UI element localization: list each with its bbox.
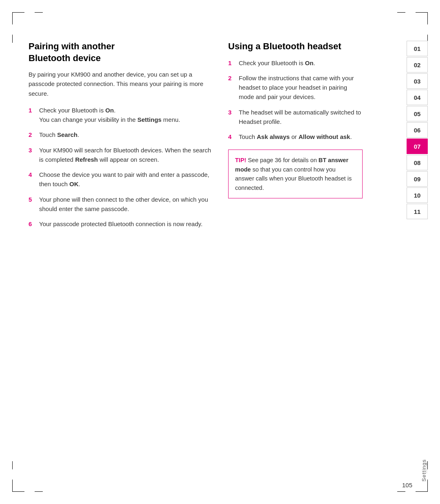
right-step-text-3: The headset will be automatically switch… — [239, 108, 363, 127]
right-step-4: 4 Touch Ask always or Allow without ask. — [228, 132, 363, 141]
right-step-text-1: Check your Bluetooth is On. — [239, 58, 363, 68]
step-text-4: Choose the device you want to pair with … — [39, 170, 212, 189]
tip-label: TIP! — [235, 157, 246, 163]
edge-mark-top-right — [397, 12, 405, 13]
right-section-heading: Using a Bluetooth headset — [228, 41, 363, 53]
content-area: Pairing with another Bluetooth device By… — [29, 41, 411, 471]
corner-mark-tr — [416, 12, 428, 24]
step-number-4: 4 — [29, 170, 37, 179]
left-step-6: 6 Your passcode protected Bluetooth conn… — [29, 219, 212, 229]
left-step-1: 1 Check your Bluetooth is On.You can cha… — [29, 106, 212, 125]
left-step-5: 5 Your phone will then connect to the ot… — [29, 195, 212, 214]
edge-mark-left-bottom — [12, 461, 13, 469]
right-step-number-2: 2 — [228, 73, 237, 83]
left-step-3: 3 Your KM900 will search for Bluetooth d… — [29, 145, 212, 165]
edge-mark-top-left — [35, 12, 43, 13]
left-step-2: 2 Touch Search. — [29, 130, 212, 139]
edge-mark-left-top — [12, 35, 13, 43]
left-column: Pairing with another Bluetooth device By… — [29, 41, 224, 471]
corner-mark-tl — [12, 12, 24, 24]
step-text-2: Touch Search. — [39, 130, 212, 139]
edge-mark-right-bottom — [427, 461, 428, 469]
left-steps-list: 1 Check your Bluetooth is On.You can cha… — [29, 106, 212, 229]
right-step-number-3: 3 — [228, 108, 237, 117]
right-steps-list: 1 Check your Bluetooth is On. 2 Follow t… — [228, 58, 363, 142]
tip-box: TIP! See page 36 for details on BT answe… — [228, 150, 363, 198]
corner-mark-bl — [12, 480, 24, 492]
step-number-1: 1 — [29, 106, 37, 115]
right-step-text-4: Touch Ask always or Allow without ask. — [239, 132, 363, 141]
tip-text-after: so that you can control how you answer c… — [235, 166, 352, 191]
page-number: 105 — [402, 482, 412, 489]
left-step-4: 4 Choose the device you want to pair wit… — [29, 170, 212, 189]
settings-label: Settings — [421, 459, 427, 482]
step-number-6: 6 — [29, 219, 37, 229]
right-column: Using a Bluetooth headset 1 Check your B… — [224, 41, 395, 471]
right-step-3: 3 The headset will be automatically swit… — [228, 108, 363, 127]
step-number-3: 3 — [29, 145, 37, 155]
right-step-1: 1 Check your Bluetooth is On. — [228, 58, 363, 68]
right-step-2: 2 Follow the instructions that came with… — [228, 73, 363, 102]
right-step-number-4: 4 — [228, 132, 237, 141]
edge-mark-bottom-left — [35, 491, 43, 492]
left-section-heading: Pairing with another Bluetooth device — [29, 41, 212, 64]
right-step-number-1: 1 — [228, 58, 237, 68]
tip-text-before: See page 36 for details on — [246, 157, 318, 163]
step-number-2: 2 — [29, 130, 37, 139]
edge-mark-bottom-right — [397, 491, 405, 492]
step-text-5: Your phone will then connect to the othe… — [39, 195, 212, 214]
step-text-1: Check your Bluetooth is On.You can chang… — [39, 106, 212, 125]
right-step-text-2: Follow the instructions that came with y… — [239, 73, 363, 102]
left-intro-text: By pairing your KM900 and another device… — [29, 70, 212, 98]
step-number-5: 5 — [29, 195, 37, 204]
step-text-3: Your KM900 will search for Bluetooth dev… — [39, 145, 212, 165]
step-text-6: Your passcode protected Bluetooth connec… — [39, 219, 212, 229]
